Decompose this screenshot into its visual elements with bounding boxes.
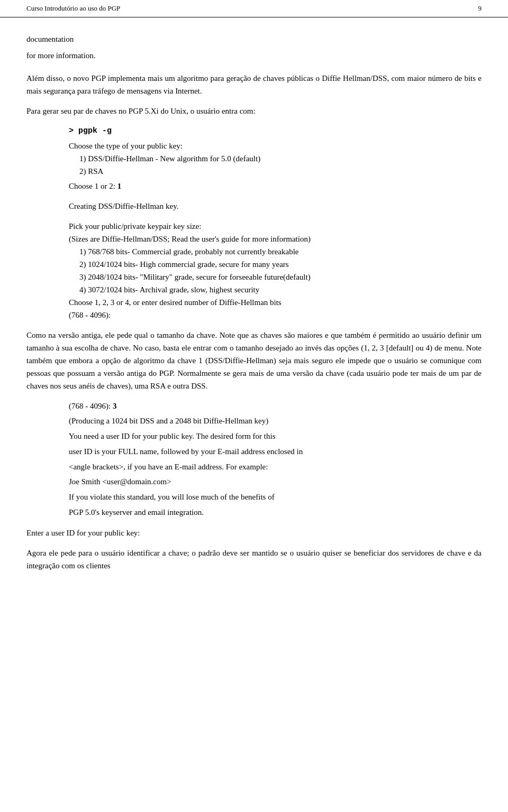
intro-line-1: documentation xyxy=(26,33,482,45)
second-block-line7: If you violate this standard, you will l… xyxy=(69,491,471,504)
creating-line: Creating DSS/Diffie-Hellman key. xyxy=(69,200,471,213)
keypair-intro: Pick your public/private keypair key siz… xyxy=(69,220,471,233)
second-block-line8: PGP 5.0's keyserver and email integratio… xyxy=(69,506,471,519)
command-block: > pgpk -g Choose the type of your public… xyxy=(69,125,471,213)
second-block-line1: (768 - 4096): 3 xyxy=(69,400,471,413)
keypair-size-3: 3) 2048/1024 bits- "Military" grade, sec… xyxy=(79,271,471,283)
paragraph-1: Além disso, o novo PGP implementa mais u… xyxy=(26,72,482,97)
second-block-line2: (Producing a 1024 bit DSS and a 2048 bit… xyxy=(69,414,471,428)
enter-userid-line: Enter a user ID for your public key: xyxy=(26,527,482,539)
choose-type-label: Choose the type of your public key: xyxy=(69,140,471,152)
pgpk-command: > pgpk -g xyxy=(69,125,471,137)
second-block-line5: <angle brackets>, if you have an E-mail … xyxy=(69,460,471,474)
choose-value: 1 xyxy=(117,182,122,190)
choose-range-line2: (768 - 4096): xyxy=(69,309,471,321)
page-container: Curso Introdutório ao uso do PGP 9 docum… xyxy=(0,0,508,812)
second-block-line1-value: 3 xyxy=(113,402,117,410)
page-header: Curso Introdutório ao uso do PGP 9 xyxy=(0,0,508,17)
paragraph-3: Como na versão antiga, ele pede qual o t… xyxy=(26,329,482,392)
choose-prompt-text: Choose 1 or 2: xyxy=(69,182,117,190)
key-option-1: 1) DSS/Diffie-Hellman - New algorithm fo… xyxy=(79,152,471,165)
keypair-size-4: 4) 3072/1024 bits- Archival grade, slow,… xyxy=(79,283,471,296)
intro-line-2: for more information. xyxy=(26,50,482,62)
second-block-line1-label: (768 - 4096): xyxy=(69,402,113,410)
keypair-size-2: 2) 1024/1024 bits- High commercial grade… xyxy=(79,258,471,271)
page-content: documentation for more information. Além… xyxy=(0,17,508,601)
choose-prompt-line: Choose 1 or 2: 1 xyxy=(69,180,471,192)
second-block-line3: You need a user ID for your public key. … xyxy=(69,430,471,443)
key-option-2: 2) RSA xyxy=(79,165,471,178)
keypair-block: Pick your public/private keypair key siz… xyxy=(69,220,471,321)
keypair-size-1: 1) 768/768 bits- Commercial grade, proba… xyxy=(79,245,471,258)
keypair-note: (Sizes are Diffie-Hellman/DSS; Read the … xyxy=(69,233,471,245)
second-block-line6: Joe Smith <user@domain.com> xyxy=(69,475,471,488)
choose-range-line: Choose 1, 2, 3 or 4, or enter desired nu… xyxy=(69,296,471,309)
paragraph-2: Para gerar seu par de chaves no PGP 5.Xi… xyxy=(26,105,482,117)
second-block-line4: user ID is your FULL name, followed by y… xyxy=(69,445,471,458)
header-page-number: 9 xyxy=(478,4,482,13)
intro-block: documentation for more information. xyxy=(26,33,482,62)
second-block: (768 - 4096): 3 (Producing a 1024 bit DS… xyxy=(69,400,471,519)
paragraph-4: Agora ele pede para o usuário identifica… xyxy=(26,547,482,572)
header-title: Curso Introdutório ao uso do PGP xyxy=(26,4,120,13)
